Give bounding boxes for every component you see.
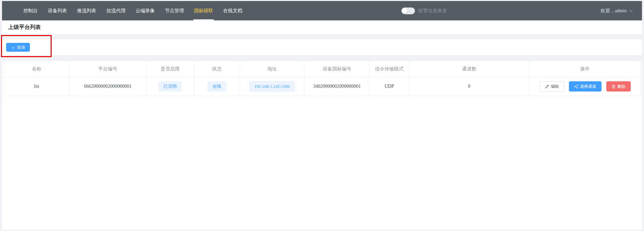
- alarm-push-toggle[interactable]: [401, 7, 415, 14]
- col-header-platform-id: 平台编号: [69, 61, 146, 77]
- col-header-enabled: 是否启用: [146, 61, 194, 77]
- plus-icon: ＋: [11, 45, 15, 50]
- table-header-row: 名称 平台编号 是否启用 状态 地址 设备国标编号 信令传输模式 通道数 操作: [4, 61, 641, 77]
- nav-item-push-list[interactable]: 推流列表: [72, 1, 101, 20]
- col-header-gb-id: 设备国标编号: [304, 61, 370, 77]
- cell-channels: 0: [409, 77, 529, 96]
- col-header-address: 地址: [240, 61, 304, 77]
- platform-table: 名称 平台编号 是否启用 状态 地址 设备国标编号 信令传输模式 通道数 操作 …: [4, 61, 641, 96]
- trash-icon: [611, 84, 616, 89]
- welcome-text: 欢迎，admin: [601, 8, 627, 14]
- cell-address: 192.168.1.242:1506: [240, 77, 304, 96]
- alarm-push-label: 报警信息推送: [418, 8, 447, 14]
- title-bar: 上级平台列表: [2, 20, 642, 34]
- alarm-push-toggle-group: 报警信息推送: [401, 1, 447, 20]
- col-header-actions: 操作: [529, 61, 641, 77]
- table-row: lin 66620000002000000001 已启用 在线 192.168.…: [4, 77, 641, 96]
- nav-item-node-manage[interactable]: 节点管理: [160, 1, 189, 20]
- select-channel-button[interactable]: 选择通道: [569, 81, 602, 92]
- cell-name: lin: [4, 77, 69, 96]
- action-buttons: 编辑 选择通道: [529, 81, 641, 92]
- col-header-name: 名称: [4, 61, 69, 77]
- enabled-badge: 已启用: [159, 82, 181, 91]
- nav-item-cloud-record[interactable]: 云端录像: [130, 1, 160, 20]
- nav-item-console[interactable]: 控制台: [18, 1, 43, 20]
- divider-band-1: [2, 34, 642, 39]
- cell-actions: 编辑 选择通道: [529, 77, 641, 96]
- address-badge: 192.168.1.242:1506: [249, 81, 294, 92]
- app-window: 控制台 设备列表 推流列表 拉流代理 云端录像 节点管理 国标级联 在线文档 报…: [2, 1, 642, 230]
- col-header-status: 状态: [194, 61, 240, 77]
- username: admin: [615, 8, 627, 13]
- platform-table-area: 名称 平台编号 是否启用 状态 地址 设备国标编号 信令传输模式 通道数 操作 …: [2, 61, 642, 230]
- edit-button[interactable]: 编辑: [540, 81, 564, 92]
- delete-button[interactable]: 删除: [606, 81, 631, 92]
- cell-signal-mode: UDP: [370, 77, 409, 96]
- col-header-channels: 通道数: [409, 61, 529, 77]
- nav-item-device-list[interactable]: 设备列表: [43, 1, 72, 20]
- divider-band-2: [2, 55, 642, 61]
- chevron-down-icon: [629, 9, 633, 13]
- nav-menu: 控制台 设备列表 推流列表 拉流代理 云端录像 节点管理 国标级联 在线文档: [18, 1, 247, 20]
- user-menu[interactable]: 欢迎，admin: [601, 1, 636, 20]
- toggle-knob: [402, 8, 407, 14]
- cell-enabled: 已启用: [146, 77, 194, 96]
- share-icon: [574, 84, 578, 89]
- toolbar: ＋ 添加: [2, 39, 642, 55]
- page-title: 上级平台列表: [8, 24, 41, 31]
- col-header-signal-mode: 信令传输模式: [370, 61, 409, 77]
- nav-item-gb-cascade[interactable]: 国标级联: [189, 1, 218, 20]
- nav-item-pull-proxy[interactable]: 拉流代理: [101, 1, 130, 20]
- top-nav: 控制台 设备列表 推流列表 拉流代理 云端录像 节点管理 国标级联 在线文档 报…: [2, 1, 642, 20]
- cell-status: 在线: [194, 77, 240, 96]
- pencil-icon: [545, 84, 549, 89]
- cell-gb-id: 34020000002000000001: [304, 77, 370, 96]
- add-button[interactable]: ＋ 添加: [6, 43, 30, 52]
- status-badge: 在线: [208, 82, 226, 91]
- nav-item-online-docs[interactable]: 在线文档: [218, 1, 247, 20]
- cell-platform-id: 66620000002000000001: [69, 77, 146, 96]
